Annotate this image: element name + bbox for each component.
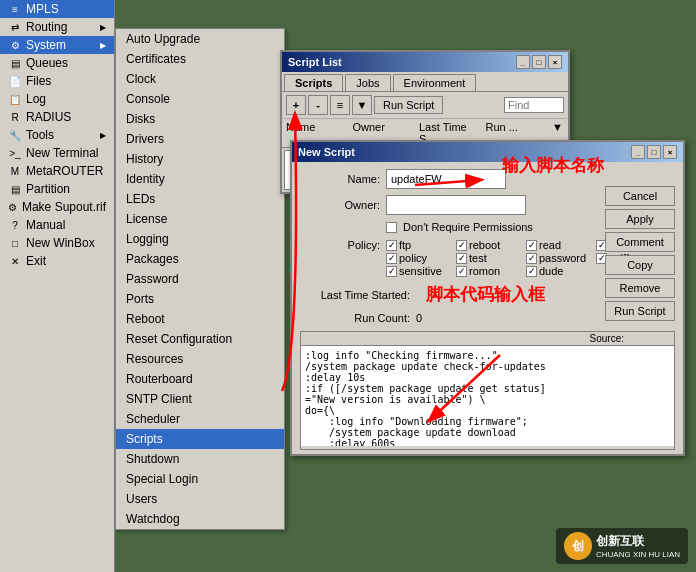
log-icon: 📋 [8, 92, 22, 106]
submenu-sntp-client[interactable]: SNTP Client [116, 389, 284, 409]
system-submenu: Auto Upgrade Certificates Clock Console … [115, 28, 285, 530]
permissions-label: Don't Require Permissions [403, 221, 533, 233]
sensitive-checkbox[interactable] [386, 266, 397, 277]
comment-button[interactable]: Comment [605, 232, 675, 252]
submenu-scripts[interactable]: Scripts [116, 429, 284, 449]
name-input[interactable] [386, 169, 506, 189]
policy-reboot[interactable]: reboot [456, 239, 526, 251]
winbox-icon: □ [8, 236, 22, 250]
dude-checkbox[interactable] [526, 266, 537, 277]
submenu-users[interactable]: Users [116, 489, 284, 509]
add-script-button[interactable]: + [286, 95, 306, 115]
submenu-watchdog[interactable]: Watchdog [116, 509, 284, 529]
sidebar-item-files[interactable]: 📄 Files [0, 72, 114, 90]
submenu-resources[interactable]: Resources [116, 349, 284, 369]
sidebar-item-mpls[interactable]: ≡ MPLS [0, 0, 114, 18]
cancel-button[interactable]: Cancel [605, 186, 675, 206]
sidebar-item-routing[interactable]: ⇄ Routing [0, 18, 114, 36]
tab-jobs[interactable]: Jobs [345, 74, 390, 91]
submenu-clock[interactable]: Clock [116, 69, 284, 89]
remove-script-button[interactable]: - [308, 95, 328, 115]
new-script-title: New Script [298, 146, 355, 158]
submenu-scheduler[interactable]: Scheduler [116, 409, 284, 429]
owner-input[interactable] [386, 195, 526, 215]
maximize-button[interactable]: □ [532, 55, 546, 69]
test-checkbox[interactable] [456, 253, 467, 264]
romon-checkbox[interactable] [456, 266, 467, 277]
submenu-special-login[interactable]: Special Login [116, 469, 284, 489]
policy-read[interactable]: read [526, 239, 596, 251]
sidebar-item-log[interactable]: 📋 Log [0, 90, 114, 108]
sidebar-item-metarouter[interactable]: M MetaROUTER [0, 162, 114, 180]
watermark-subtext: CHUANG XIN HU LIAN [596, 550, 680, 559]
submenu-disks[interactable]: Disks [116, 109, 284, 129]
submenu-password[interactable]: Password [116, 269, 284, 289]
tab-environment[interactable]: Environment [393, 74, 477, 91]
sidebar-item-new-terminal[interactable]: >_ New Terminal [0, 144, 114, 162]
script-list-toolbar: + - ≡ ▼ Run Script [282, 92, 568, 119]
ftp-checkbox[interactable] [386, 240, 397, 251]
sidebar-item-radius[interactable]: R RADIUS [0, 108, 114, 126]
submenu-reboot[interactable]: Reboot [116, 309, 284, 329]
submenu-certificates[interactable]: Certificates [116, 49, 284, 69]
ns-maximize-button[interactable]: □ [647, 145, 661, 159]
find-input[interactable] [504, 97, 564, 113]
submenu-reset-config[interactable]: Reset Configuration [116, 329, 284, 349]
policy-romon[interactable]: romon [456, 265, 526, 277]
sidebar-item-partition[interactable]: ▤ Partition [0, 180, 114, 198]
source-label: Source: [301, 332, 674, 346]
filter-button[interactable]: ▼ [352, 95, 372, 115]
policy-sensitive[interactable]: sensitive [386, 265, 456, 277]
ns-close-button[interactable]: × [663, 145, 677, 159]
settings-button[interactable]: ≡ [330, 95, 350, 115]
sidebar-item-manual[interactable]: ? Manual [0, 216, 114, 234]
submenu-ports[interactable]: Ports [116, 289, 284, 309]
exit-icon: ✕ [8, 254, 22, 268]
remove-button[interactable]: Remove [605, 278, 675, 298]
reboot-checkbox[interactable] [456, 240, 467, 251]
source-textarea[interactable] [301, 346, 674, 446]
submenu-routerboard[interactable]: Routerboard [116, 369, 284, 389]
run-script-ns-button[interactable]: Run Script [605, 301, 675, 321]
script-list-controls: _ □ × [516, 55, 562, 69]
radius-icon: R [8, 110, 22, 124]
sidebar-item-exit[interactable]: ✕ Exit [0, 252, 114, 270]
ns-minimize-button[interactable]: _ [631, 145, 645, 159]
script-list-title: Script List [288, 56, 342, 68]
script-list-titlebar: Script List _ □ × [282, 52, 568, 72]
run-script-button[interactable]: Run Script [374, 96, 443, 114]
tab-scripts[interactable]: Scripts [284, 74, 343, 91]
policy-checkbox[interactable] [386, 253, 397, 264]
submenu-shutdown[interactable]: Shutdown [116, 449, 284, 469]
sidebar-item-tools[interactable]: 🔧 Tools [0, 126, 114, 144]
sidebar-item-new-winbox[interactable]: □ New WinBox [0, 234, 114, 252]
submenu-identity[interactable]: Identity [116, 169, 284, 189]
submenu-history[interactable]: History [116, 149, 284, 169]
submenu-auto-upgrade[interactable]: Auto Upgrade [116, 29, 284, 49]
policy-dude[interactable]: dude [526, 265, 596, 277]
last-time-label: Last Time Started: [300, 289, 410, 301]
submenu-logging[interactable]: Logging [116, 229, 284, 249]
copy-button[interactable]: Copy [605, 255, 675, 275]
minimize-button[interactable]: _ [516, 55, 530, 69]
sidebar-item-make-supout[interactable]: ⚙ Make Supout.rif [0, 198, 114, 216]
tools-icon: 🔧 [8, 128, 22, 142]
permissions-checkbox[interactable] [386, 222, 397, 233]
policy-password[interactable]: password [526, 252, 596, 264]
submenu-packages[interactable]: Packages [116, 249, 284, 269]
apply-button[interactable]: Apply [605, 209, 675, 229]
policy-test[interactable]: test [456, 252, 526, 264]
submenu-license[interactable]: License [116, 209, 284, 229]
policy-policy[interactable]: policy [386, 252, 456, 264]
submenu-drivers[interactable]: Drivers [116, 129, 284, 149]
sidebar-item-queues[interactable]: ▤ Queues [0, 54, 114, 72]
policy-ftp[interactable]: ftp [386, 239, 456, 251]
watermark-text: 创新互联 [596, 533, 680, 550]
read-checkbox[interactable] [526, 240, 537, 251]
submenu-leds[interactable]: LEDs [116, 189, 284, 209]
close-button[interactable]: × [548, 55, 562, 69]
password-checkbox[interactable] [526, 253, 537, 264]
submenu-console[interactable]: Console [116, 89, 284, 109]
sidebar-item-system[interactable]: ⚙ System [0, 36, 114, 54]
new-script-window: New Script _ □ × Cancel Apply Comment Co… [290, 140, 685, 456]
